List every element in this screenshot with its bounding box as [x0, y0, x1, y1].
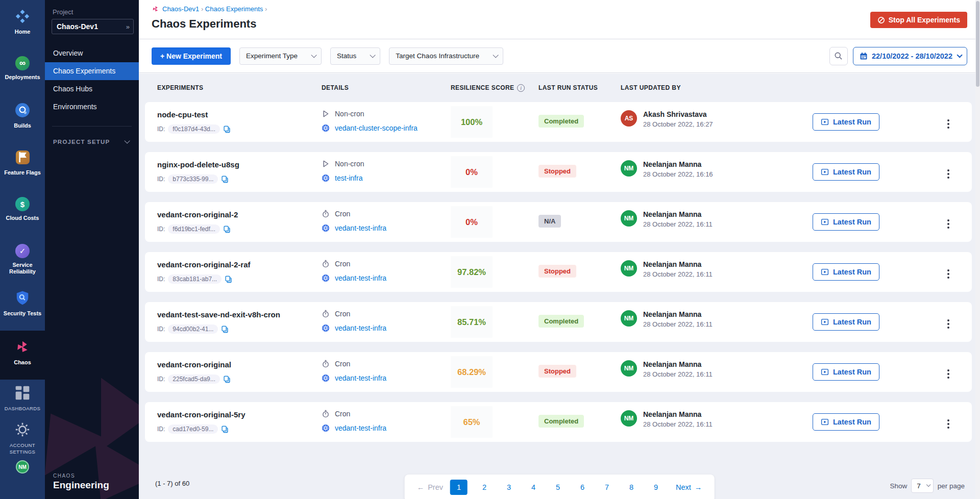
module-item-deployments[interactable]: ∞ Deployments	[0, 49, 45, 96]
project-setup-toggle[interactable]: PROJECT SETUP	[53, 139, 139, 145]
table-row[interactable]: vedant-cron-original ID: 225fcad5-da9...…	[145, 352, 972, 392]
page-number-button[interactable]: 3	[501, 480, 517, 495]
prev-page-button[interactable]: ← Prev	[414, 480, 446, 495]
page-number-button[interactable]: 2	[477, 480, 492, 495]
module-item-chaos[interactable]: Chaos	[0, 331, 45, 380]
experiment-name[interactable]: node-cpu-test	[157, 102, 322, 119]
status-badge: Stopped	[538, 165, 576, 178]
experiment-name[interactable]: nginx-pod-delete-u8sg	[157, 152, 322, 169]
experiment-name[interactable]: vedant-cron-original-2-raf	[157, 252, 322, 269]
user-avatar[interactable]: NM	[621, 410, 637, 427]
experiment-name[interactable]: vedant-cron-original-5ry	[157, 402, 322, 419]
next-page-button[interactable]: Next →	[673, 480, 705, 495]
latest-run-button[interactable]: Latest Run	[813, 113, 879, 131]
page-number-button[interactable]: 8	[624, 480, 639, 495]
infrastructure-link[interactable]: vedant-test-infra	[335, 424, 386, 432]
infrastructure-link[interactable]: vedant-test-infra	[335, 274, 386, 282]
latest-run-button[interactable]: Latest Run	[813, 413, 879, 431]
project-selector[interactable]: Chaos-Dev1 »	[52, 19, 134, 34]
infrastructure-link[interactable]: test-infra	[335, 174, 362, 182]
project-nav-item[interactable]: Overview	[45, 44, 139, 62]
table-row[interactable]: vedant-cron-original-5ry ID: cad17ed0-59…	[145, 402, 972, 442]
experiment-name[interactable]: vedant-cron-original	[157, 352, 322, 369]
page-number-button[interactable]: 6	[575, 480, 590, 495]
module-item-service-reliability[interactable]: ✓ Service Reliability	[0, 237, 45, 284]
copy-icon[interactable]	[223, 226, 231, 233]
module-item-dashboards[interactable]: DASHBOARDS	[0, 380, 45, 416]
page-number-button[interactable]: 4	[526, 480, 541, 495]
module-item-feature-flags[interactable]: Feature Flags	[0, 143, 45, 190]
user-avatar[interactable]: AS	[621, 110, 637, 127]
experiment-id[interactable]: 225fcad5-da9...	[168, 375, 219, 384]
copy-icon[interactable]	[225, 276, 232, 283]
kebab-menu[interactable]	[945, 167, 951, 192]
per-page-select[interactable]: 7	[911, 479, 934, 493]
module-item-builds[interactable]: Builds	[0, 96, 45, 143]
infrastructure-link[interactable]: vedant-cluster-scope-infra	[335, 124, 418, 132]
project-nav-item[interactable]: Chaos Experiments	[45, 62, 139, 80]
user-avatar[interactable]: NM	[621, 310, 637, 327]
table-row[interactable]: node-cpu-test ID: f0c187d4-43d... Non-cr…	[145, 102, 972, 142]
table-row[interactable]: nginx-pod-delete-u8sg ID: b773c335-99...…	[145, 152, 972, 192]
copy-icon[interactable]	[223, 126, 231, 133]
kebab-menu[interactable]	[945, 217, 951, 242]
scrollbar-thumb[interactable]	[976, 1, 979, 87]
breadcrumb-link[interactable]: Chaos Experiments	[205, 5, 263, 13]
user-avatar[interactable]: NM	[621, 260, 637, 277]
account-settings-icon	[14, 421, 31, 438]
infrastructure-link[interactable]: vedant-test-infra	[335, 224, 386, 232]
stop-all-experiments-button[interactable]: Stop All Experiments	[870, 12, 967, 28]
latest-run-button[interactable]: Latest Run	[813, 213, 879, 231]
experiment-id[interactable]: f0c187d4-43d...	[168, 124, 219, 134]
breadcrumb-link[interactable]: Chaos-Dev1	[162, 5, 199, 13]
project-nav-item[interactable]: Chaos Hubs	[45, 80, 139, 98]
module-item-cloud-costs[interactable]: $ Cloud Costs	[0, 190, 45, 237]
info-icon[interactable]: i	[517, 84, 525, 92]
table-row[interactable]: vedant-test-save-nd-exit-v8h-cron ID: 94…	[145, 302, 972, 342]
page-number-button[interactable]: 5	[550, 480, 566, 495]
filter-dropdown[interactable]: Experiment Type	[239, 47, 322, 65]
page-number-button[interactable]: 9	[648, 480, 664, 495]
experiment-id[interactable]: 83cab181-ab7...	[168, 275, 222, 284]
latest-run-button[interactable]: Latest Run	[813, 263, 879, 281]
filter-dropdown[interactable]: Target Chaos Infrastructure	[389, 47, 503, 65]
infrastructure-link[interactable]: vedant-test-infra	[335, 324, 386, 332]
project-nav-item[interactable]: Environments	[45, 98, 139, 116]
copy-icon[interactable]	[223, 376, 231, 383]
user-avatar[interactable]: NM	[621, 210, 637, 227]
latest-run-button[interactable]: Latest Run	[813, 163, 879, 181]
infrastructure-link[interactable]: vedant-test-infra	[335, 374, 386, 382]
module-item-security-tests[interactable]: Security Tests	[0, 284, 45, 331]
kebab-menu[interactable]	[945, 267, 951, 292]
user-avatar[interactable]: NM	[621, 360, 637, 377]
kebab-menu[interactable]	[945, 367, 951, 392]
page-number-button[interactable]: 7	[599, 480, 615, 495]
experiment-id[interactable]: b773c335-99...	[168, 174, 218, 184]
kebab-menu[interactable]	[945, 417, 951, 442]
table-row[interactable]: vedant-cron-original-2 ID: f6d19bc1-fedf…	[145, 202, 972, 242]
kebab-menu[interactable]	[945, 117, 951, 142]
experiment-id[interactable]: cad17ed0-59...	[168, 425, 218, 434]
experiment-id[interactable]: f6d19bc1-fedf...	[168, 224, 219, 234]
new-experiment-button[interactable]: + New Experiment	[152, 47, 231, 65]
scrollbar[interactable]	[975, 0, 980, 499]
date-range-picker[interactable]: 22/10/2022 - 28/10/2022	[853, 47, 967, 65]
experiment-name[interactable]: vedant-cron-original-2	[157, 202, 322, 219]
search-button[interactable]	[829, 47, 848, 65]
user-avatar[interactable]: NM	[16, 460, 29, 473]
experiment-name[interactable]: vedant-test-save-nd-exit-v8h-cron	[157, 302, 322, 319]
page-number-button[interactable]: 1	[450, 480, 468, 495]
experiment-id[interactable]: 94cd00b2-41...	[168, 325, 218, 334]
kebab-menu[interactable]	[945, 317, 951, 342]
copy-icon[interactable]	[221, 176, 229, 183]
expand-double-chevron-icon[interactable]: »	[126, 23, 130, 31]
user-avatar[interactable]: NM	[621, 160, 637, 177]
copy-icon[interactable]	[221, 426, 229, 433]
latest-run-button[interactable]: Latest Run	[813, 363, 879, 381]
copy-icon[interactable]	[221, 326, 229, 333]
module-item-account-settings[interactable]: ACCOUNT SETTINGS	[0, 416, 45, 453]
filter-dropdown[interactable]: Status	[330, 47, 380, 65]
module-item-home[interactable]: Home	[0, 2, 45, 49]
table-row[interactable]: vedant-cron-original-2-raf ID: 83cab181-…	[145, 252, 972, 292]
latest-run-button[interactable]: Latest Run	[813, 313, 879, 331]
